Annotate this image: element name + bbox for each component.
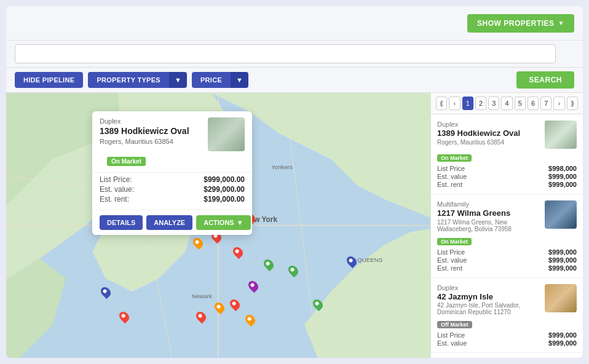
show-properties-arrow-icon: ▼	[558, 20, 564, 26]
price-button[interactable]: PRICE	[192, 72, 231, 88]
filter-bar: HIDE PIPELINE PROPERTY TYPES ▼ PRICE ▼ S…	[6, 68, 583, 93]
prop-est-value-row: Est. value $999,000	[437, 256, 577, 264]
prop-name: 1389 Hodkiewicz Oval	[437, 129, 540, 138]
property-types-split-button: PROPERTY TYPES ▼	[88, 72, 187, 88]
popup-analyze-button[interactable]: ANALYZE	[146, 215, 192, 230]
pagination-page-4[interactable]: 4	[501, 97, 512, 110]
svg-text:QUEENS: QUEENS	[357, 256, 382, 263]
prop-est-value-value: $999,000	[548, 339, 577, 347]
prop-est-value-label: Est. value	[437, 173, 467, 180]
prop-list-price-row: List Price $999,000	[437, 248, 577, 256]
prop-est-value-value: $999,000	[548, 256, 577, 264]
prop-badge: On Market	[437, 238, 472, 245]
pagination-page-3[interactable]: 3	[488, 97, 499, 110]
pagination-last-button[interactable]: ⟫	[567, 97, 578, 110]
popup-city: Rogers, Mauritius 63854	[100, 138, 202, 145]
sidebar: ⟪ ‹ 1 2 3 4 5 6 7 › ⟫	[430, 93, 583, 358]
map-area[interactable]: New York Yonkers Newark QUEENS	[6, 93, 430, 358]
prop-est-rent-row: Est. rent $999,000	[437, 264, 577, 272]
prop-list-price-value: $998,000	[548, 165, 577, 172]
prop-badge: On Market	[437, 154, 472, 162]
popup-list-price-value: $999,000.00	[204, 175, 245, 184]
pagination-page-5[interactable]: 5	[515, 97, 526, 110]
property-types-button[interactable]: PROPERTY TYPES	[88, 72, 169, 88]
property-list: Duplex 1389 Hodkiewicz Oval Rogers, Maur…	[431, 114, 583, 358]
pagination: ⟪ ‹ 1 2 3 4 5 6 7 › ⟫	[431, 93, 583, 114]
list-item[interactable]: Duplex 42 Jazmyn Isle 42 Jazmyn Isle, Po…	[431, 278, 583, 354]
top-bar: SHOW PROPERTIES ▼	[6, 6, 583, 41]
list-item[interactable]: Duplex 1389 Hodkiewicz Oval Rogers, Maur…	[431, 114, 583, 194]
popup-list-price-row: List Price: $999,000.00	[100, 175, 245, 184]
prop-est-rent-value: $999,000	[548, 264, 577, 272]
list-item[interactable]: Multifamily 1217 Wilma Greens 1217 Wilma…	[431, 194, 583, 278]
popup-image	[208, 117, 245, 151]
search-bar-row	[6, 41, 583, 68]
prop-name: 42 Jazmyn Isle	[437, 292, 540, 302]
prop-est-value-label: Est. value	[437, 339, 467, 347]
pagination-page-6[interactable]: 6	[528, 97, 539, 110]
prop-header: Duplex 1389 Hodkiewicz Oval Rogers, Maur…	[437, 121, 577, 149]
popup-est-value-value: $299,000.00	[204, 185, 245, 194]
prop-prices: List Price $999,000 Est. value $999,000	[437, 331, 577, 347]
popup-est-rent-row: Est. rent: $199,000.00	[100, 195, 245, 204]
main-content: New York Yonkers Newark QUEENS	[6, 93, 583, 358]
popup-est-value-row: Est. value: $299,000.00	[100, 185, 245, 194]
prop-prices: List Price $999,000 Est. value $999,000 …	[437, 248, 577, 272]
prop-type: Duplex	[437, 121, 540, 128]
prop-thumbnail	[545, 200, 577, 229]
pagination-page-2[interactable]: 2	[475, 97, 486, 110]
prop-addr: 42 Jazmyn Isle, Port Salvador, Dominican…	[437, 302, 540, 315]
show-properties-label: SHOW PROPERTIES	[477, 19, 555, 28]
prop-header: Duplex 42 Jazmyn Isle 42 Jazmyn Isle, Po…	[437, 284, 577, 316]
prop-list-price-row: List Price $998,000	[437, 165, 577, 172]
price-dropdown-button[interactable]: ▼	[231, 72, 248, 88]
prop-est-value-label: Est. value	[437, 256, 467, 264]
prop-list-price-value: $999,000	[548, 331, 577, 339]
popup-est-rent-label: Est. rent:	[100, 195, 129, 204]
prop-list-price-label: List Price	[437, 165, 465, 172]
prop-addr: Rogers, Mauritius 63854	[437, 139, 540, 146]
pagination-prev-button[interactable]: ‹	[449, 97, 460, 110]
prop-est-rent-row: Est. rent $999,000	[437, 181, 577, 188]
property-types-dropdown-button[interactable]: ▼	[169, 72, 187, 88]
svg-text:Newark: Newark	[192, 293, 212, 299]
popup-text: Duplex 1389 Hodkiewicz Oval Rogers, Maur…	[100, 117, 202, 145]
prop-addr: 1217 Wilma Greens, New Wallaceberg, Boli…	[437, 219, 540, 232]
pagination-first-button[interactable]: ⟪	[436, 97, 447, 110]
outer-container: SHOW PROPERTIES ▼ HIDE PIPELINE PROPERTY…	[0, 0, 589, 364]
popup-est-rent-value: $199,000.00	[204, 195, 245, 204]
prop-thumbnail	[545, 284, 577, 312]
prop-type: Duplex	[437, 284, 540, 291]
property-popup: Duplex 1389 Hodkiewicz Oval Rogers, Maur…	[92, 111, 252, 235]
prop-header: Multifamily 1217 Wilma Greens 1217 Wilma…	[437, 200, 577, 232]
prop-est-value-row: Est. value $999,000	[437, 173, 577, 180]
prop-info: Duplex 1389 Hodkiewicz Oval Rogers, Maur…	[437, 121, 540, 149]
popup-badge: On Market	[107, 157, 146, 166]
pagination-next-button[interactable]: ›	[553, 97, 564, 110]
popup-actions-button[interactable]: ACTIONS ▼	[196, 215, 250, 230]
prop-name: 1217 Wilma Greens	[437, 208, 540, 218]
popup-details-button[interactable]: DETAILS	[100, 215, 143, 230]
hide-pipeline-button[interactable]: HIDE PIPELINE	[15, 72, 83, 88]
search-input[interactable]	[15, 44, 556, 63]
prop-est-rent-value: $999,000	[548, 181, 577, 188]
search-button[interactable]: SEARCH	[516, 71, 574, 89]
popup-list-price-label: List Price:	[100, 175, 132, 184]
popup-address: 1389 Hodkiewicz Oval	[100, 126, 202, 136]
prop-thumbnail	[545, 121, 577, 149]
pagination-page-7[interactable]: 7	[540, 97, 551, 110]
prop-est-value-value: $999,000	[548, 173, 577, 180]
popup-est-value-label: Est. value:	[100, 185, 134, 194]
prop-list-price-label: List Price	[437, 248, 465, 256]
prop-badge: Off Market	[437, 321, 472, 328]
popup-prices: List Price: $999,000.00 Est. value: $299…	[92, 172, 252, 210]
popup-header: Duplex 1389 Hodkiewicz Oval Rogers, Maur…	[92, 111, 252, 155]
inner-container: SHOW PROPERTIES ▼ HIDE PIPELINE PROPERTY…	[6, 6, 583, 358]
prop-list-price-label: List Price	[437, 331, 465, 339]
popup-actions: DETAILS ANALYZE ACTIONS ▼	[92, 210, 252, 235]
popup-actions-label: ACTIONS	[204, 219, 234, 226]
show-properties-button[interactable]: SHOW PROPERTIES ▼	[467, 14, 574, 33]
prop-type: Multifamily	[437, 200, 540, 208]
price-split-button: PRICE ▼	[192, 72, 248, 88]
pagination-page-1[interactable]: 1	[462, 97, 473, 110]
